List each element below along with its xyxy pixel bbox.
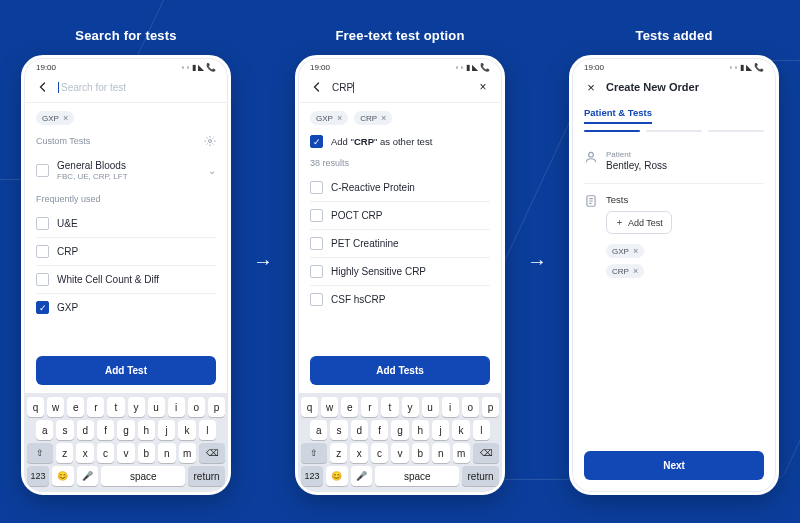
result-item[interactable]: Highly Sensitive CRP	[310, 257, 490, 285]
key-t[interactable]: t	[381, 397, 398, 417]
key-a[interactable]: a	[36, 420, 53, 440]
key-q[interactable]: q	[27, 397, 44, 417]
key-r[interactable]: r	[361, 397, 378, 417]
key-s[interactable]: s	[56, 420, 73, 440]
key-y[interactable]: y	[402, 397, 419, 417]
key-return[interactable]: return	[462, 466, 499, 486]
add-test-button-inline[interactable]: ＋ Add Test	[606, 211, 672, 234]
checkbox[interactable]	[310, 181, 323, 194]
key-shift[interactable]: ⇧	[301, 443, 327, 463]
key-mic[interactable]: 🎤	[351, 466, 373, 486]
key-f[interactable]: f	[97, 420, 114, 440]
key-j[interactable]: j	[158, 420, 175, 440]
key-n[interactable]: n	[158, 443, 175, 463]
key-b[interactable]: b	[412, 443, 429, 463]
key-j[interactable]: j	[432, 420, 449, 440]
key-v[interactable]: v	[117, 443, 134, 463]
chip-gxp[interactable]: GXP×	[606, 244, 644, 258]
close-icon[interactable]: ×	[584, 80, 598, 94]
back-arrow-icon[interactable]	[36, 80, 50, 94]
key-space[interactable]: space	[101, 466, 185, 486]
keyboard[interactable]: qwertyuiop asdfghjkl ⇧ zxcvbnm ⌫ 123 😊 🎤…	[298, 393, 502, 492]
key-p[interactable]: p	[208, 397, 225, 417]
key-emoji[interactable]: 😊	[326, 466, 348, 486]
key-w[interactable]: w	[47, 397, 64, 417]
chip-crp[interactable]: CRP×	[606, 264, 644, 278]
key-g[interactable]: g	[391, 420, 408, 440]
key-k[interactable]: k	[178, 420, 195, 440]
key-o[interactable]: o	[188, 397, 205, 417]
key-n[interactable]: n	[432, 443, 449, 463]
key-g[interactable]: g	[117, 420, 134, 440]
key-w[interactable]: w	[321, 397, 338, 417]
checkbox[interactable]	[310, 209, 323, 222]
chevron-down-icon[interactable]: ⌄	[208, 165, 216, 176]
key-h[interactable]: h	[138, 420, 155, 440]
key-m[interactable]: m	[179, 443, 196, 463]
clear-icon[interactable]: ×	[476, 80, 490, 94]
test-item-crp[interactable]: CRP	[36, 237, 216, 265]
chip-gxp[interactable]: GXP×	[36, 111, 74, 125]
key-f[interactable]: f	[371, 420, 388, 440]
key-t[interactable]: t	[107, 397, 124, 417]
result-item[interactable]: POCT CRP	[310, 201, 490, 229]
key-m[interactable]: m	[453, 443, 470, 463]
key-l[interactable]: l	[473, 420, 490, 440]
chip-remove-icon[interactable]: ×	[633, 246, 638, 256]
checkbox[interactable]	[36, 217, 49, 230]
key-a[interactable]: a	[310, 420, 327, 440]
key-v[interactable]: v	[391, 443, 408, 463]
key-d[interactable]: d	[77, 420, 94, 440]
test-item-wcc[interactable]: White Cell Count & Diff	[36, 265, 216, 293]
key-b[interactable]: b	[138, 443, 155, 463]
key-i[interactable]: i	[168, 397, 185, 417]
chip-remove-icon[interactable]: ×	[381, 113, 386, 123]
key-e[interactable]: e	[67, 397, 84, 417]
checkbox[interactable]	[36, 245, 49, 258]
chip-remove-icon[interactable]: ×	[63, 113, 68, 123]
gear-icon[interactable]	[204, 135, 216, 147]
key-emoji[interactable]: 😊	[52, 466, 74, 486]
key-d[interactable]: d	[351, 420, 368, 440]
result-item[interactable]: PET Creatinine	[310, 229, 490, 257]
key-e[interactable]: e	[341, 397, 358, 417]
chip-crp[interactable]: CRP×	[354, 111, 392, 125]
key-space[interactable]: space	[375, 466, 459, 486]
key-l[interactable]: l	[199, 420, 216, 440]
key-z[interactable]: z	[330, 443, 347, 463]
key-k[interactable]: k	[452, 420, 469, 440]
checkbox[interactable]	[310, 237, 323, 250]
add-as-other-test[interactable]: ✓ Add "CRP" as other test	[310, 131, 490, 148]
checkbox-checked[interactable]: ✓	[36, 301, 49, 314]
add-test-button[interactable]: Add Test	[36, 356, 216, 385]
key-x[interactable]: x	[350, 443, 367, 463]
key-p[interactable]: p	[482, 397, 499, 417]
key-c[interactable]: c	[97, 443, 114, 463]
custom-test-item[interactable]: General Bloods FBC, UE, CRP, LFT ⌄	[36, 153, 216, 188]
checkbox[interactable]	[310, 265, 323, 278]
key-r[interactable]: r	[87, 397, 104, 417]
checkbox[interactable]	[36, 164, 49, 177]
key-c[interactable]: c	[371, 443, 388, 463]
key-o[interactable]: o	[462, 397, 479, 417]
key-backspace[interactable]: ⌫	[199, 443, 225, 463]
key-123[interactable]: 123	[301, 466, 323, 486]
test-item-ue[interactable]: U&E	[36, 210, 216, 237]
checkbox[interactable]	[310, 293, 323, 306]
key-x[interactable]: x	[76, 443, 93, 463]
key-y[interactable]: y	[128, 397, 145, 417]
tab-patient-tests[interactable]: Patient & Tests	[584, 107, 652, 124]
key-mic[interactable]: 🎤	[77, 466, 99, 486]
add-tests-button[interactable]: Add Tests	[310, 356, 490, 385]
key-return[interactable]: return	[188, 466, 225, 486]
key-z[interactable]: z	[56, 443, 73, 463]
result-item[interactable]: C-Reactive Protein	[310, 174, 490, 201]
back-arrow-icon[interactable]	[310, 80, 324, 94]
key-shift[interactable]: ⇧	[27, 443, 53, 463]
result-item[interactable]: CSF hsCRP	[310, 285, 490, 313]
key-123[interactable]: 123	[27, 466, 49, 486]
checkbox-checked[interactable]: ✓	[310, 135, 323, 148]
chip-remove-icon[interactable]: ×	[633, 266, 638, 276]
next-button[interactable]: Next	[584, 451, 764, 480]
key-i[interactable]: i	[442, 397, 459, 417]
